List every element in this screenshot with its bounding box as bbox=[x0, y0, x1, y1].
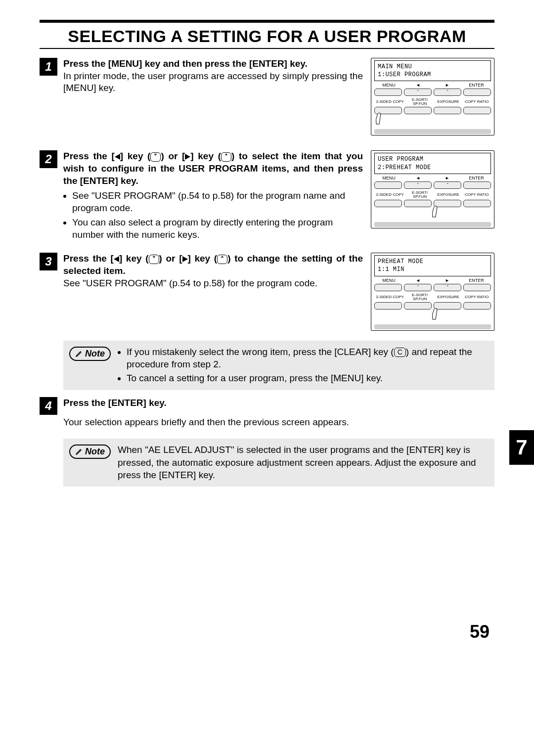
step-heading: Press the [ENTER] key. bbox=[63, 397, 494, 409]
note-badge: Note bbox=[69, 347, 111, 361]
step-heading: Press the [] key (˅) or [] key (˄) to ch… bbox=[63, 253, 363, 277]
key-label: ENTER bbox=[462, 278, 491, 283]
key-label: 2-SIDED COPY bbox=[374, 295, 405, 299]
softkey bbox=[374, 302, 402, 310]
step-number: 2 bbox=[40, 150, 57, 168]
bullet-item: You can also select a program by directl… bbox=[72, 217, 363, 241]
key-label: MENU bbox=[374, 278, 403, 283]
pointing-hand-icon bbox=[374, 209, 491, 221]
down-key-icon: ˅ bbox=[150, 152, 161, 162]
key-label: MENU bbox=[374, 83, 403, 88]
step-1: 1 Press the [MENU] key and then press th… bbox=[40, 58, 494, 135]
title-underline bbox=[40, 48, 494, 49]
top-rule bbox=[40, 20, 494, 23]
left-triangle-icon bbox=[115, 154, 120, 160]
left-arrow-icon: ◄ bbox=[403, 83, 433, 88]
key-label: COPY RATIO bbox=[462, 100, 491, 104]
step-2: 2 Press the [] key (˅) or [] key (˄) to … bbox=[40, 150, 494, 243]
softkey bbox=[463, 181, 491, 189]
softkey bbox=[404, 200, 432, 207]
lcd-line: 1:1 MIN bbox=[378, 266, 488, 273]
lcd-screen: MAIN MENU 1:USER PROGRAM bbox=[374, 60, 491, 81]
note-bullet: If you mistakenly select the wrong item,… bbox=[127, 346, 489, 371]
control-panel-diagram: MAIN MENU 1:USER PROGRAM MENU ◄ ► ENTER … bbox=[371, 58, 494, 135]
key-label: ENTER bbox=[462, 176, 491, 180]
key-label: E-SORT/ SP.FUN bbox=[405, 98, 434, 106]
key-label: 2-SIDED COPY bbox=[374, 193, 405, 197]
panel-base bbox=[374, 324, 491, 329]
key-label: COPY RATIO bbox=[462, 193, 491, 197]
step-body-text: See "USER PROGRAM" (p.54 to p.58) for th… bbox=[63, 277, 363, 290]
manual-page: SELECTING A SETTING FOR A USER PROGRAM 1… bbox=[0, 0, 534, 756]
page-number: 59 bbox=[470, 622, 490, 642]
note-bullet-list: If you mistakenly select the wrong item,… bbox=[118, 346, 489, 385]
left-arrow-icon: ◄ bbox=[403, 176, 433, 180]
control-panel-diagram: USER PROGRAM 2:PREHEAT MODE MENU ◄ ► ENT… bbox=[371, 150, 494, 228]
note-block: Note When "AE LEVEL ADJUST" is selected … bbox=[63, 439, 494, 487]
step-number: 3 bbox=[40, 253, 57, 270]
key-label: EXPOSURE bbox=[434, 295, 463, 299]
pointing-hand-icon bbox=[374, 311, 491, 323]
lcd-line: USER PROGRAM bbox=[378, 155, 488, 163]
pencil-icon bbox=[75, 447, 83, 455]
softkey bbox=[374, 200, 402, 207]
key-label: EXPOSURE bbox=[434, 100, 463, 104]
section-title: SELECTING A SETTING FOR A USER PROGRAM bbox=[40, 27, 494, 46]
right-arrow-icon: ► bbox=[433, 278, 462, 283]
panel-base bbox=[374, 222, 491, 227]
lcd-line: 2:PREHEAT MODE bbox=[378, 164, 488, 172]
softkey: ˅ bbox=[404, 89, 432, 96]
step-bullet-list: See "USER PROGRAM" (p.54 to p.58) for th… bbox=[63, 190, 363, 241]
note-bullet: To cancel a setting for a user program, … bbox=[127, 372, 489, 385]
right-triangle-icon bbox=[185, 154, 190, 160]
softkey bbox=[463, 89, 491, 96]
step-heading: Press the [MENU] key and then press the … bbox=[63, 58, 363, 70]
note-block: Note If you mistakenly select the wrong … bbox=[63, 341, 494, 391]
step-number: 4 bbox=[40, 397, 57, 415]
key-label: COPY RATIO bbox=[462, 295, 491, 299]
key-label: MENU bbox=[374, 176, 403, 180]
right-triangle-icon bbox=[182, 256, 188, 262]
softkey: ˄ bbox=[434, 181, 461, 189]
softkey bbox=[463, 107, 491, 114]
softkey: ˅ bbox=[404, 181, 432, 189]
pointing-hand-icon bbox=[374, 116, 491, 128]
softkey bbox=[463, 302, 491, 310]
control-panel-diagram: PREHEAT MODE 1:1 MIN MENU ◄ ► ENTER ˅ ˄ bbox=[371, 253, 494, 330]
softkey: ˄ bbox=[434, 284, 461, 291]
right-arrow-icon: ► bbox=[433, 176, 462, 180]
note-badge: Note bbox=[69, 445, 111, 459]
softkey bbox=[404, 107, 432, 114]
key-label: E-SORT/ SP.FUN bbox=[405, 191, 434, 199]
key-label: ENTER bbox=[462, 83, 491, 88]
note-text: When "AE LEVEL ADJUST" is selected in th… bbox=[118, 444, 489, 482]
lcd-screen: USER PROGRAM 2:PREHEAT MODE bbox=[374, 153, 491, 174]
softkey: ˅ bbox=[404, 284, 432, 291]
step-body-text: In printer mode, the user programs are a… bbox=[63, 70, 363, 94]
key-label: E-SORT/ SP.FUN bbox=[405, 293, 434, 301]
left-arrow-icon: ◄ bbox=[403, 278, 433, 283]
up-key-icon: ˄ bbox=[217, 255, 227, 264]
softkey bbox=[463, 284, 491, 291]
step-3: 3 Press the [] key (˅) or [] key (˄) to … bbox=[40, 253, 494, 330]
step-number: 1 bbox=[40, 58, 57, 76]
softkey bbox=[463, 200, 491, 207]
key-label: EXPOSURE bbox=[434, 193, 463, 197]
panel-base bbox=[374, 129, 491, 134]
left-triangle-icon bbox=[114, 256, 119, 262]
clear-key-icon: C bbox=[394, 348, 406, 357]
softkey bbox=[374, 89, 402, 96]
right-arrow-icon: ► bbox=[433, 83, 462, 88]
step-body-text: Your selection appears briefly and then … bbox=[63, 416, 494, 429]
lcd-line: 1:USER PROGRAM bbox=[378, 71, 488, 79]
step-4: 4 Press the [ENTER] key. Your selection … bbox=[40, 397, 494, 428]
lcd-line: PREHEAT MODE bbox=[378, 258, 488, 266]
lcd-line: MAIN MENU bbox=[378, 63, 488, 71]
softkey bbox=[434, 107, 461, 114]
bullet-item: See "USER PROGRAM" (p.54 to p.58) for th… bbox=[72, 190, 363, 214]
lcd-screen: PREHEAT MODE 1:1 MIN bbox=[374, 255, 491, 276]
softkey bbox=[404, 302, 432, 310]
softkey bbox=[374, 181, 402, 189]
softkey bbox=[374, 284, 402, 291]
softkey: ˄ bbox=[434, 89, 461, 96]
